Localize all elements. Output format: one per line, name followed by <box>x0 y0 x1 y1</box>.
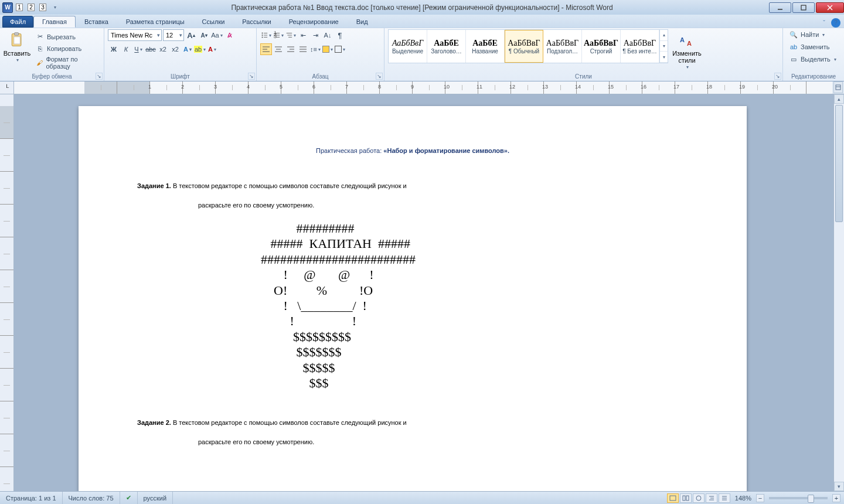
scroll-thumb[interactable] <box>835 105 843 222</box>
replace-button[interactable]: abЗаменить <box>787 42 840 52</box>
format-painter-button[interactable]: 🖌Формат по образцу <box>33 55 100 70</box>
gallery-up-icon[interactable]: ▴ <box>660 30 668 41</box>
workspace: └ 1234567891011121314151617181920 Практи… <box>0 81 844 491</box>
strike-button[interactable]: abc <box>145 43 156 55</box>
borders-button[interactable]: ▾ <box>334 43 346 55</box>
increase-indent-button[interactable]: ⇥ <box>309 29 321 41</box>
style-item-1[interactable]: АаБбЕЗаголово… <box>427 30 466 63</box>
vertical-scrollbar[interactable]: ▴ ▾ <box>833 94 844 491</box>
styles-launcher-icon[interactable]: ↘ <box>774 73 781 80</box>
view-full-read[interactable] <box>680 493 692 503</box>
align-left-button[interactable] <box>260 43 272 55</box>
align-center-button[interactable] <box>273 43 284 55</box>
help-icon[interactable]: ? <box>831 18 840 28</box>
status-bar: Страница: 1 из 1 Число слов: 75 ✔ русски… <box>0 491 844 504</box>
file-tab[interactable]: Файл <box>2 16 33 28</box>
sort-button[interactable]: A↓ <box>322 29 333 41</box>
zoom-slider[interactable] <box>769 497 828 499</box>
style-item-4[interactable]: АаБбВвГПодзагол… <box>543 30 582 63</box>
gallery-spinner[interactable]: ▴▾▾ <box>659 30 668 63</box>
change-styles-button[interactable]: AA Изменить стили▾ <box>671 29 703 70</box>
justify-button[interactable] <box>297 43 309 55</box>
style-item-2[interactable]: АаБбЕНазвание <box>466 30 505 63</box>
underline-button[interactable]: Ч▾ <box>132 43 144 55</box>
scroll-down-icon[interactable]: ▾ <box>834 482 844 491</box>
font-color-button[interactable]: A▾ <box>206 43 218 55</box>
style-item-5[interactable]: АаБбВвГСтрогий <box>582 30 621 63</box>
group-clipboard: Вставить ▾ ✂Вырезать ⎘Копировать 🖌Формат… <box>0 28 104 81</box>
qat-customize[interactable]: ▾ <box>49 2 60 13</box>
tab-view[interactable]: Вид <box>348 16 377 28</box>
paragraph-launcher-icon[interactable]: ↘ <box>376 73 383 80</box>
minimize-button[interactable] <box>769 2 791 13</box>
status-proofing[interactable]: ✔ <box>120 492 138 504</box>
qat-btn-2[interactable]: 2 <box>26 2 36 13</box>
view-print-layout[interactable] <box>667 493 679 503</box>
clipboard-launcher-icon[interactable]: ↘ <box>96 73 103 80</box>
numbering-button[interactable]: 123▾ <box>273 29 284 41</box>
status-page[interactable]: Страница: 1 из 1 <box>0 492 63 504</box>
view-draft[interactable] <box>719 493 730 503</box>
bold-button[interactable]: Ж <box>108 43 120 55</box>
scroll-up-icon[interactable]: ▴ <box>834 94 844 104</box>
line-spacing-button[interactable]: ↕≡▾ <box>309 43 321 55</box>
change-case-button[interactable]: Aa▾ <box>211 29 223 41</box>
tab-mailings[interactable]: Рассылки <box>233 16 280 28</box>
horizontal-ruler[interactable]: 1234567891011121314151617181920 <box>14 81 832 94</box>
shrink-font-button[interactable]: A▾ <box>198 29 210 41</box>
window-controls <box>768 2 844 13</box>
tab-references[interactable]: Ссылки <box>193 16 234 28</box>
tab-selector[interactable]: └ <box>0 81 14 94</box>
vertical-ruler[interactable] <box>0 94 14 491</box>
ribbon-minimize-icon[interactable]: ˇ <box>819 18 829 28</box>
clear-format-button[interactable]: A̷ <box>224 29 236 41</box>
style-item-0[interactable]: АаБбВвГВыделение <box>389 30 427 63</box>
maximize-button[interactable] <box>792 2 815 13</box>
tab-home[interactable]: Главная <box>33 16 76 28</box>
zoom-in-button[interactable]: + <box>832 494 840 502</box>
find-button[interactable]: 🔍Найти▾ <box>787 29 840 40</box>
style-item-6[interactable]: АаБбВвГ¶ Без инте… <box>621 30 659 63</box>
show-marks-button[interactable]: ¶ <box>334 29 346 41</box>
word-app-icon[interactable]: W <box>2 2 13 13</box>
style-item-3[interactable]: АаБбВвГ¶ Обычный <box>505 30 543 63</box>
tab-insert[interactable]: Вставка <box>76 16 117 28</box>
gallery-down-icon[interactable]: ▾ <box>660 41 668 52</box>
qat-btn-3[interactable]: 3 <box>38 2 48 13</box>
decrease-indent-button[interactable]: ⇤ <box>297 29 309 41</box>
bullets-button[interactable]: ▾ <box>260 29 272 41</box>
superscript-button[interactable]: x2 <box>169 43 181 55</box>
tab-page-layout[interactable]: Разметка страницы <box>117 16 193 28</box>
close-button[interactable] <box>816 2 844 13</box>
subscript-button[interactable]: x2 <box>157 43 169 55</box>
svg-text:A: A <box>687 40 692 47</box>
multilevel-button[interactable]: ▾ <box>285 29 297 41</box>
select-button[interactable]: ▭Выделить▾ <box>787 54 840 64</box>
document-canvas[interactable]: Практическая работа: «Набор и форматиров… <box>14 94 833 491</box>
qat-btn-1[interactable]: 1 <box>14 2 25 13</box>
font-size-combo[interactable]: 12▾ <box>163 29 184 41</box>
gallery-more-icon[interactable]: ▾ <box>660 52 668 63</box>
status-language[interactable]: русский <box>138 492 173 504</box>
paste-button[interactable]: Вставить ▾ <box>4 29 30 72</box>
ruler-toggle-button[interactable] <box>833 81 843 93</box>
paste-dropdown-icon: ▾ <box>16 57 19 63</box>
zoom-out-button[interactable]: − <box>756 494 764 502</box>
zoom-level[interactable]: 148% <box>735 495 751 502</box>
grow-font-button[interactable]: A▴ <box>185 29 197 41</box>
tab-review[interactable]: Рецензирование <box>280 16 348 28</box>
italic-button[interactable]: К <box>120 43 132 55</box>
copy-button[interactable]: ⎘Копировать <box>33 43 100 54</box>
status-words[interactable]: Число слов: 75 <box>63 492 120 504</box>
view-outline[interactable] <box>706 493 717 503</box>
font-launcher-icon[interactable]: ↘ <box>248 73 255 80</box>
group-editing: 🔍Найти▾ abЗаменить ▭Выделить▾ Редактиров… <box>783 28 844 81</box>
shading-button[interactable]: ▾ <box>322 43 333 55</box>
font-name-combo[interactable]: Times New Rc▾ <box>108 29 162 41</box>
styles-gallery[interactable]: АаБбВвГВыделение АаБбЕЗаголово… АаБбЕНаз… <box>388 29 668 63</box>
cut-button[interactable]: ✂Вырезать <box>33 32 100 42</box>
view-web[interactable] <box>693 493 705 503</box>
highlight-button[interactable]: ab▾ <box>194 43 206 55</box>
align-right-button[interactable] <box>285 43 297 55</box>
text-effects-button[interactable]: A▾ <box>182 43 193 55</box>
